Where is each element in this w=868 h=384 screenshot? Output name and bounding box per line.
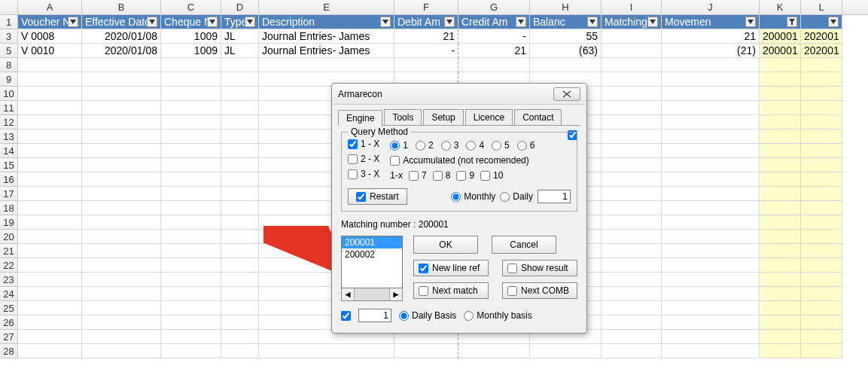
filter-icon[interactable] <box>516 17 526 27</box>
row-header-23[interactable]: 23 <box>0 273 18 287</box>
cell-K10[interactable] <box>760 87 801 101</box>
cell-E3[interactable]: Journal Entries- James <box>259 29 394 44</box>
cell-I13[interactable] <box>602 130 662 144</box>
filter-icon[interactable] <box>745 17 756 27</box>
cell-G28[interactable] <box>458 344 530 358</box>
bottom-value-input[interactable]: 1 <box>358 309 391 322</box>
onex-check-8[interactable]: 8 <box>433 170 451 181</box>
col-header-F[interactable]: F <box>394 0 458 14</box>
table-header-I[interactable]: Matching <box>602 15 662 29</box>
cell-J9[interactable] <box>662 72 760 87</box>
cell-D23[interactable] <box>221 273 259 287</box>
cell-I9[interactable] <box>602 72 662 87</box>
cell-I12[interactable] <box>602 115 662 130</box>
cell-A8[interactable] <box>18 58 82 72</box>
cell-A10[interactable] <box>18 87 82 101</box>
cell-C28[interactable] <box>161 344 221 358</box>
cell-C15[interactable] <box>161 158 221 172</box>
cell-E8[interactable] <box>259 58 394 72</box>
qm-check-2 - X[interactable]: 2 - X <box>348 154 379 164</box>
cell-A24[interactable] <box>18 287 82 301</box>
cell-D25[interactable] <box>221 301 259 315</box>
cell-C21[interactable] <box>161 244 221 258</box>
scroll-left-icon[interactable]: ◄ <box>342 288 355 300</box>
num-radio-6[interactable]: 6 <box>517 140 535 151</box>
cell-H3[interactable]: 55 <box>530 29 602 44</box>
row-header-21[interactable]: 21 <box>0 244 18 258</box>
cell-L16[interactable] <box>801 172 842 187</box>
col-header-L[interactable]: L <box>801 0 842 14</box>
accumulated-checkbox[interactable]: Accumulated (not recomended) <box>390 155 571 166</box>
table-header-D[interactable]: Type <box>221 15 259 29</box>
cell-C20[interactable] <box>161 230 221 244</box>
select-all-corner[interactable] <box>0 0 18 14</box>
tab-engine[interactable]: Engine <box>338 110 382 126</box>
cell-I23[interactable] <box>602 273 662 287</box>
list-item-200002[interactable]: 200002 <box>342 248 402 261</box>
cell-J27[interactable] <box>662 330 760 344</box>
cell-I22[interactable] <box>602 258 662 273</box>
cell-K9[interactable] <box>760 72 801 87</box>
tab-contact[interactable]: Contact <box>514 109 562 125</box>
onex-check-7[interactable]: 7 <box>409 170 427 181</box>
row-header-28[interactable]: 28 <box>0 344 18 358</box>
col-header-E[interactable]: E <box>259 0 394 14</box>
cell-D22[interactable] <box>221 258 259 273</box>
cell-I27[interactable] <box>602 330 662 344</box>
cell-B25[interactable] <box>82 301 161 315</box>
cell-L9[interactable] <box>801 72 842 87</box>
cell-L28[interactable] <box>801 344 842 358</box>
cell-A25[interactable] <box>18 301 82 315</box>
cell-B14[interactable] <box>82 144 161 158</box>
cell-L15[interactable] <box>801 158 842 172</box>
show-result-checkbox[interactable]: Show result <box>502 260 577 276</box>
num-radio-4[interactable]: 4 <box>466 140 484 151</box>
cell-L10[interactable] <box>801 87 842 101</box>
cell-D16[interactable] <box>221 172 259 187</box>
cell-A23[interactable] <box>18 273 82 287</box>
ok-button[interactable]: OK <box>413 236 478 254</box>
filter-icon[interactable] <box>245 17 255 27</box>
cell-L23[interactable] <box>801 273 842 287</box>
row-header-18[interactable]: 18 <box>0 201 18 215</box>
cell-J13[interactable] <box>662 130 760 144</box>
cell-D24[interactable] <box>221 287 259 301</box>
cell-B27[interactable] <box>82 330 161 344</box>
cell-E5[interactable]: Journal Entries- James <box>259 44 394 58</box>
restart-button[interactable]: Restart <box>348 188 407 205</box>
cell-B26[interactable] <box>82 315 161 330</box>
cell-B21[interactable] <box>82 244 161 258</box>
cell-E28[interactable] <box>259 344 394 358</box>
cell-K21[interactable] <box>760 244 801 258</box>
cell-H28[interactable] <box>530 344 602 358</box>
col-header-C[interactable]: C <box>161 0 221 14</box>
cell-K16[interactable] <box>760 172 801 187</box>
restart-checkbox[interactable] <box>356 192 366 202</box>
col-header-I[interactable]: I <box>602 0 662 14</box>
next-match-checkbox[interactable]: Next match <box>413 282 489 299</box>
cell-I15[interactable] <box>602 158 662 172</box>
cell-B12[interactable] <box>82 115 161 130</box>
row-header-10[interactable]: 10 <box>0 87 18 101</box>
cell-L12[interactable] <box>801 115 842 130</box>
cell-K5[interactable]: 200001 <box>760 44 801 58</box>
filter-icon[interactable] <box>787 17 797 27</box>
cell-B5[interactable]: 2020/01/08 <box>82 44 161 58</box>
row-header-14[interactable]: 14 <box>0 144 18 158</box>
cell-A11[interactable] <box>18 101 82 115</box>
cell-L8[interactable] <box>801 58 842 72</box>
cell-H8[interactable] <box>530 58 602 72</box>
cell-I10[interactable] <box>602 87 662 101</box>
cell-G3[interactable]: - <box>458 29 530 44</box>
cell-D28[interactable] <box>221 344 259 358</box>
onex-check-9[interactable]: 9 <box>456 170 474 181</box>
cell-A3[interactable]: V 0008 <box>18 29 82 44</box>
cell-C13[interactable] <box>161 130 221 144</box>
cell-J18[interactable] <box>662 201 760 215</box>
table-header-F[interactable]: Debit Am <box>394 15 458 29</box>
num-radio-3[interactable]: 3 <box>441 140 459 151</box>
cell-D18[interactable] <box>221 201 259 215</box>
cell-K28[interactable] <box>760 344 801 358</box>
cell-L18[interactable] <box>801 201 842 215</box>
period-monthly-radio[interactable]: Monthly <box>451 191 495 202</box>
